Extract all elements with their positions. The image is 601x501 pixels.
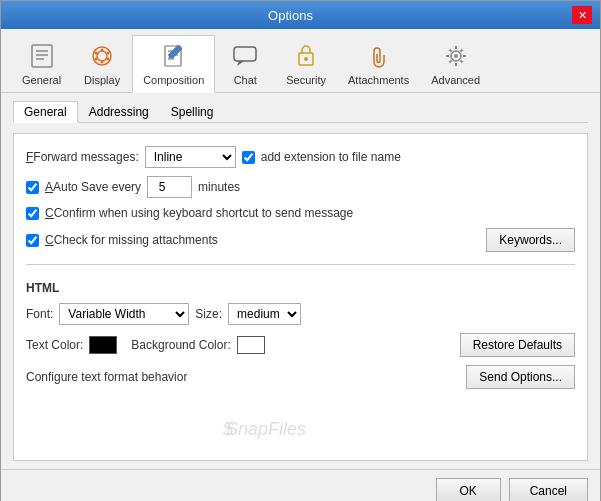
confirm-keyboard-row: CConfirm when using keyboard shortcut to… (26, 206, 575, 220)
svg-point-6 (101, 49, 104, 52)
window-title: Options (9, 8, 572, 23)
svg-point-11 (95, 52, 98, 55)
svg-text:SnapFiles: SnapFiles (226, 419, 306, 439)
add-extension-checkbox[interactable] (242, 151, 255, 164)
composition-icon (158, 40, 190, 72)
configure-text-label: Configure text format behavior (26, 370, 187, 384)
toolbar-label-advanced: Advanced (431, 74, 480, 86)
auto-save-input[interactable] (147, 176, 192, 198)
security-icon (290, 40, 322, 72)
svg-point-8 (107, 58, 110, 61)
minutes-label: minutes (198, 180, 240, 194)
restore-defaults-button[interactable]: Restore Defaults (460, 333, 575, 357)
bg-color-label: Background Color: (131, 338, 230, 352)
auto-save-label: AAuto Save every (45, 180, 141, 194)
general-icon (26, 40, 58, 72)
divider-1 (26, 264, 575, 265)
advanced-icon (440, 40, 472, 72)
bg-color-picker[interactable] (237, 336, 265, 354)
tab-general[interactable]: General (13, 101, 78, 123)
send-options-button[interactable]: Send Options... (466, 365, 575, 389)
forward-messages-select[interactable]: Inline Quoted Attachment (145, 146, 236, 168)
auto-save-checkbox[interactable] (26, 181, 39, 194)
check-attachments-left: CCheck for missing attachments (26, 233, 218, 247)
check-attachments-checkbox[interactable] (26, 234, 39, 247)
svg-point-9 (101, 61, 104, 64)
attachments-icon (363, 40, 395, 72)
toolbar-item-chat[interactable]: Chat (215, 35, 275, 92)
color-left: Text Color: Background Color: (26, 336, 265, 354)
font-row: Font: Variable Width Fixed Width Arial T… (26, 303, 575, 325)
text-color-picker[interactable] (89, 336, 117, 354)
svg-rect-16 (234, 47, 256, 61)
svg-point-19 (304, 57, 308, 61)
forward-messages-row: FForward messages: Inline Quoted Attachm… (26, 146, 575, 168)
forward-messages-label: FForward messages: (26, 150, 139, 164)
keywords-button[interactable]: Keywords... (486, 228, 575, 252)
svg-line-28 (460, 50, 462, 52)
svg-text:$: $ (222, 419, 234, 439)
svg-point-21 (454, 54, 458, 58)
toolbar-label-composition: Composition (143, 74, 204, 86)
tab-addressing[interactable]: Addressing (78, 101, 160, 122)
html-section-label: HTML (26, 281, 575, 295)
font-select[interactable]: Variable Width Fixed Width Arial Times N… (59, 303, 189, 325)
content-area: General Addressing Spelling FForward mes… (1, 93, 600, 469)
toolbar: General Display (1, 29, 600, 93)
title-bar: Options ✕ (1, 1, 600, 29)
toolbar-label-chat: Chat (234, 74, 257, 86)
footer: OK Cancel (1, 469, 600, 501)
options-window: Options ✕ General (0, 0, 601, 501)
svg-point-10 (95, 58, 98, 61)
svg-point-5 (97, 51, 107, 61)
toolbar-item-general[interactable]: General (11, 35, 72, 92)
chat-icon (229, 40, 261, 72)
toolbar-item-display[interactable]: Display (72, 35, 132, 92)
toolbar-label-general: General (22, 74, 61, 86)
svg-rect-0 (32, 45, 52, 67)
toolbar-label-display: Display (84, 74, 120, 86)
toolbar-item-attachments[interactable]: Attachments (337, 35, 420, 92)
ok-button[interactable]: OK (436, 478, 501, 501)
confirm-keyboard-label: CConfirm when using keyboard shortcut to… (45, 206, 353, 220)
watermark: SnapFiles $ (26, 413, 575, 448)
text-color-label: Text Color: (26, 338, 83, 352)
check-attachments-row: CCheck for missing attachments Keywords.… (26, 228, 575, 252)
color-row: Text Color: Background Color: Restore De… (26, 333, 575, 357)
display-icon (86, 40, 118, 72)
svg-line-27 (460, 60, 462, 62)
add-extension-label: add extension to file name (261, 150, 401, 164)
svg-point-7 (107, 52, 110, 55)
toolbar-label-security: Security (286, 74, 326, 86)
check-attachments-label: CCheck for missing attachments (45, 233, 218, 247)
toolbar-item-security[interactable]: Security (275, 35, 337, 92)
toolbar-label-attachments: Attachments (348, 74, 409, 86)
confirm-keyboard-checkbox[interactable] (26, 207, 39, 220)
font-label: Font: (26, 307, 53, 321)
size-select[interactable]: small medium large x-large (228, 303, 301, 325)
configure-text-row: Configure text format behavior Send Opti… (26, 365, 575, 389)
auto-save-row: AAuto Save every minutes (26, 176, 575, 198)
toolbar-item-composition[interactable]: Composition (132, 35, 215, 93)
svg-line-26 (449, 50, 451, 52)
cancel-button[interactable]: Cancel (509, 478, 588, 501)
tab-spelling[interactable]: Spelling (160, 101, 225, 122)
toolbar-item-advanced[interactable]: Advanced (420, 35, 491, 92)
svg-line-29 (449, 60, 451, 62)
size-label: Size: (195, 307, 222, 321)
close-button[interactable]: ✕ (572, 6, 592, 24)
tabs-bar: General Addressing Spelling (13, 101, 588, 123)
settings-panel: FForward messages: Inline Quoted Attachm… (13, 133, 588, 461)
